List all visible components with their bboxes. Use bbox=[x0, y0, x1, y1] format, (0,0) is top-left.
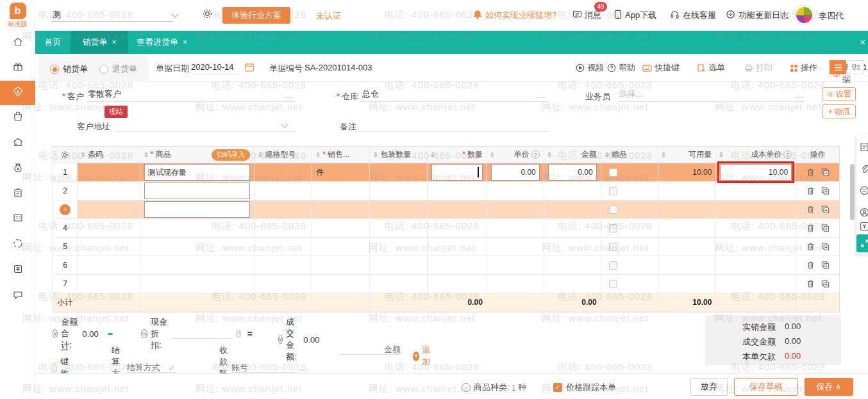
copy-row-icon[interactable] bbox=[821, 186, 830, 195]
close-all-tabs-icon[interactable]: × bbox=[860, 37, 865, 47]
sort-icon[interactable] bbox=[144, 152, 148, 158]
sidebar-item-home[interactable] bbox=[0, 31, 35, 55]
cell-spec[interactable] bbox=[255, 200, 312, 218]
cell-price[interactable] bbox=[487, 275, 544, 293]
cell-cost[interactable]: 10.00 bbox=[716, 163, 796, 181]
sort-icon[interactable] bbox=[662, 152, 665, 158]
cell-amount[interactable] bbox=[544, 238, 601, 256]
cell-sale-unit[interactable] bbox=[312, 238, 370, 256]
help-circle-icon[interactable]: ? bbox=[783, 151, 792, 159]
sort-icon[interactable] bbox=[605, 152, 609, 158]
settle-circle-icon[interactable] bbox=[860, 186, 868, 198]
cell-input[interactable]: 测试现存量 bbox=[144, 164, 251, 181]
delete-row-icon[interactable] bbox=[806, 242, 815, 251]
cell-spec[interactable] bbox=[255, 219, 312, 237]
cell-pack-qty[interactable] bbox=[370, 182, 428, 200]
gear-icon[interactable] bbox=[202, 8, 213, 22]
cell-sale-unit[interactable] bbox=[312, 182, 370, 200]
cell-input[interactable] bbox=[431, 164, 483, 181]
cell-qty[interactable] bbox=[428, 275, 487, 293]
checked-checkbox-icon[interactable]: ✓ bbox=[553, 383, 562, 392]
cell-qty[interactable] bbox=[428, 200, 487, 218]
warehouse-input[interactable] bbox=[361, 88, 548, 102]
gift-checkbox[interactable] bbox=[609, 168, 617, 177]
pick-order-button[interactable]: 选单 bbox=[697, 62, 725, 74]
customer-input[interactable] bbox=[87, 88, 295, 102]
cell-spec[interactable] bbox=[255, 238, 312, 256]
date-input[interactable] bbox=[191, 60, 241, 74]
cell-amount[interactable] bbox=[544, 275, 601, 293]
salesman-picker-dots[interactable]: ... bbox=[795, 90, 804, 100]
cell-amount[interactable]: 0.00 bbox=[544, 163, 601, 181]
calendar-icon[interactable] bbox=[244, 62, 255, 75]
cell-gift[interactable] bbox=[601, 182, 659, 200]
copy-row-icon[interactable] bbox=[821, 224, 830, 232]
sidebar-item-gift[interactable] bbox=[0, 56, 35, 80]
gift-checkbox[interactable] bbox=[609, 261, 617, 270]
tab-sale-order[interactable]: 销货单× bbox=[71, 31, 128, 54]
cell-price[interactable] bbox=[487, 219, 544, 237]
help-circle-icon[interactable]: ? bbox=[236, 330, 240, 338]
cell-gift[interactable] bbox=[601, 256, 659, 274]
cell-product[interactable] bbox=[140, 275, 255, 293]
customer-circle-icon[interactable] bbox=[860, 208, 868, 220]
copy-row-icon[interactable] bbox=[821, 279, 830, 288]
copy-row-icon[interactable] bbox=[821, 261, 830, 270]
cell-price[interactable] bbox=[487, 182, 544, 200]
cell-price[interactable] bbox=[487, 256, 544, 274]
delete-row-icon[interactable] bbox=[806, 205, 815, 214]
table-row[interactable]: 2 bbox=[53, 182, 839, 200]
cell-amount[interactable] bbox=[544, 219, 601, 237]
cell-barcode[interactable] bbox=[78, 238, 140, 256]
yen-box-icon[interactable] bbox=[860, 222, 868, 234]
header-available[interactable]: 可用量 bbox=[658, 147, 716, 163]
table-row[interactable]: 5 bbox=[53, 238, 839, 256]
cell-gift[interactable] bbox=[601, 275, 659, 293]
cell-sale-unit[interactable]: 件 bbox=[312, 163, 370, 181]
sidebar-item-sales[interactable] bbox=[0, 81, 35, 105]
remark-input[interactable] bbox=[361, 118, 548, 132]
warehouse-picker-dots[interactable]: ... bbox=[537, 90, 546, 100]
tab-view-purchase[interactable]: 查看进货单× bbox=[128, 31, 196, 54]
receive-account-input[interactable] bbox=[231, 362, 296, 373]
cell-qty[interactable] bbox=[428, 256, 487, 274]
expand-panel-icon[interactable] bbox=[856, 234, 868, 252]
uncertified-link[interactable]: 未认证 bbox=[316, 10, 341, 22]
cell-gift[interactable] bbox=[601, 200, 659, 218]
sort-icon[interactable] bbox=[316, 152, 320, 158]
column-settings-gear-icon[interactable] bbox=[53, 147, 78, 163]
customer-picker-dots[interactable]: ... bbox=[284, 90, 293, 100]
cell-amount[interactable] bbox=[544, 200, 601, 218]
changelog-link[interactable]: 功能更新日志 bbox=[726, 10, 789, 21]
gift-checkbox[interactable] bbox=[609, 280, 617, 288]
cell-product[interactable] bbox=[140, 219, 255, 237]
header-qty[interactable]: 数量 bbox=[428, 147, 487, 163]
cell-pack-qty[interactable] bbox=[370, 163, 428, 181]
cell-cost[interactable] bbox=[716, 256, 796, 274]
cell-input[interactable] bbox=[144, 201, 251, 218]
cell-pack-qty[interactable] bbox=[370, 200, 428, 218]
delete-row-icon[interactable] bbox=[806, 168, 815, 177]
sidebar-item-inventory[interactable] bbox=[0, 182, 35, 206]
header-amount[interactable]: 金额 bbox=[544, 147, 601, 163]
sidebar-item-purchase[interactable] bbox=[0, 106, 35, 130]
username-label[interactable]: 李四代 bbox=[819, 10, 844, 22]
cell-cost[interactable] bbox=[716, 182, 796, 200]
cell-qty[interactable] bbox=[428, 238, 487, 256]
cell-product[interactable]: 测试现存量 bbox=[140, 163, 255, 181]
cell-cost[interactable] bbox=[716, 200, 796, 218]
experience-plan-button[interactable]: 体验行业方案 bbox=[222, 7, 290, 24]
account-select[interactable] bbox=[51, 8, 189, 22]
cell-barcode[interactable] bbox=[78, 219, 140, 237]
cell-pack-qty[interactable] bbox=[370, 256, 428, 274]
receive-amount-input[interactable] bbox=[340, 345, 401, 355]
cell-cost[interactable] bbox=[716, 275, 796, 293]
header-product[interactable]: 商品扫码录入 bbox=[140, 147, 255, 163]
cell-qty[interactable] bbox=[428, 219, 487, 237]
table-row[interactable]: 1测试现存量件0.000.0010.0010.00 bbox=[53, 163, 839, 182]
cell-barcode[interactable] bbox=[78, 163, 140, 181]
tab-home[interactable]: 首页 bbox=[35, 31, 71, 54]
address-input[interactable] bbox=[115, 118, 295, 132]
cell-spec[interactable] bbox=[255, 163, 312, 181]
account-input[interactable] bbox=[51, 8, 173, 22]
